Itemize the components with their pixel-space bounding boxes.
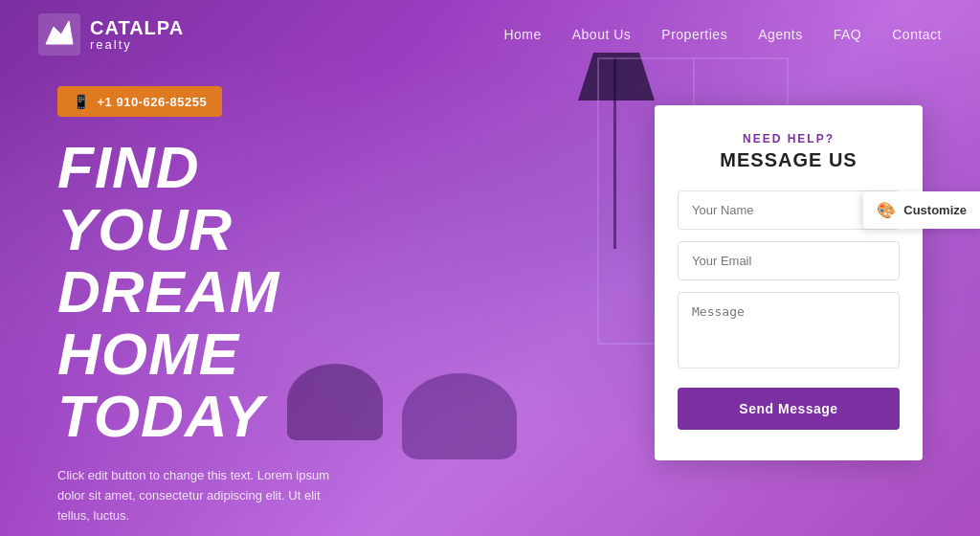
nav-about[interactable]: About Us [572, 27, 632, 42]
brand-name: CATALPA [90, 17, 184, 38]
hero-headline: FIND YOUR DREAM HOME TODAY [57, 136, 348, 447]
nav-home[interactable]: Home [503, 27, 541, 42]
hero-content: 📱 +1 910-626-85255 FIND YOUR DREAM HOME … [57, 86, 348, 536]
logo[interactable]: CATALPA realty [38, 13, 184, 56]
brand-sub: realty [90, 38, 184, 52]
email-input[interactable] [678, 241, 900, 280]
hero-description: Click edit button to change this text. L… [57, 466, 348, 525]
nav-contact[interactable]: Contact [892, 27, 942, 42]
form-title: MESSAGE US [678, 149, 900, 171]
customize-icon: 🎨 [877, 201, 896, 219]
navbar: CATALPA realty Home About Us Properties … [0, 0, 980, 69]
headline-line1: FIND YOUR DREAM [57, 134, 279, 324]
logo-icon [38, 13, 80, 56]
nav-faq[interactable]: FAQ [834, 27, 862, 42]
nav-agents[interactable]: Agents [758, 27, 803, 42]
phone-icon: 📱 [73, 94, 90, 109]
headline-line2: HOME TODAY [57, 321, 264, 449]
message-form-panel: NEED HELP? MESSAGE US Send Message [655, 105, 923, 460]
phone-badge[interactable]: 📱 +1 910-626-85255 [57, 86, 222, 117]
message-textarea[interactable] [678, 292, 900, 368]
form-subtitle: NEED HELP? [678, 132, 900, 145]
customize-label: Customize [903, 203, 967, 217]
customize-tab[interactable]: 🎨 Customize [863, 191, 980, 229]
phone-number: +1 910-626-85255 [98, 95, 208, 109]
logo-text: CATALPA realty [90, 17, 184, 52]
chair-2-decoration [402, 373, 517, 459]
nav-links: Home About Us Properties Agents FAQ Cont… [503, 26, 942, 43]
send-message-button[interactable]: Send Message [678, 388, 900, 430]
nav-properties[interactable]: Properties [661, 27, 727, 42]
